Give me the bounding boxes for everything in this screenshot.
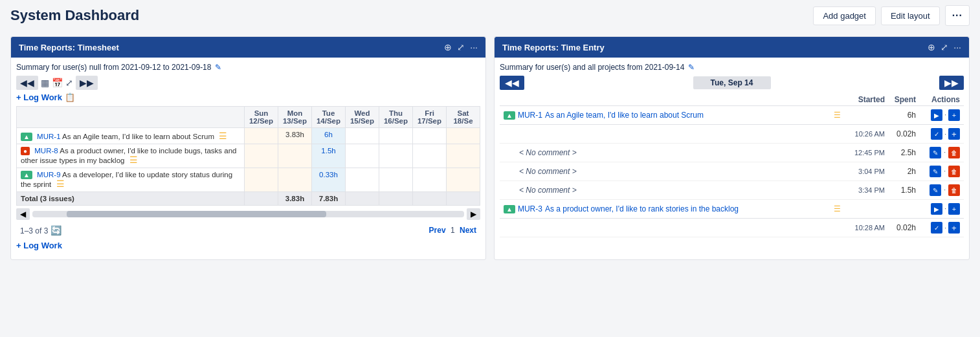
check-button[interactable]: ✓ [931, 222, 942, 234]
te-started: 10:26 AM [846, 130, 885, 138]
play-button[interactable]: ▶ [931, 109, 942, 121]
move-icon[interactable]: ⊕ [444, 42, 452, 52]
pagination-row: 1–3 of 3 🔄 Prev 1 Next [16, 223, 480, 238]
sep: · [944, 203, 946, 215]
issue-id[interactable]: MUR-8 [34, 147, 58, 155]
te-next-btn[interactable]: ▶▶ [939, 76, 964, 90]
pagination-text: 1–3 of 3 [20, 226, 48, 235]
edit-layout-button[interactable]: Edit layout [881, 6, 940, 25]
te-issue-id[interactable]: MUR-3 [518, 204, 542, 213]
gadget-menu-icon[interactable]: ··· [470, 42, 478, 52]
delete-button[interactable]: 🗑 [948, 184, 960, 196]
log-work-label-2: + Log Work [16, 241, 62, 250]
te-prev-btn[interactable]: ◀◀ [500, 76, 524, 90]
log-work-btn-2[interactable]: + Log Work [16, 241, 480, 250]
total-wed [346, 192, 379, 206]
sep: · [944, 131, 946, 138]
table-row: ● MUR-8 As a product owner, I'd like to … [17, 144, 480, 168]
issue-sun [245, 144, 278, 168]
more-options-button[interactable]: ··· [945, 5, 970, 26]
scrollbar-row: ◀ ▶ [16, 208, 480, 220]
expand-icon[interactable]: ⤢ [457, 42, 465, 52]
delete-button[interactable]: 🗑 [948, 147, 960, 158]
add-button[interactable]: + [948, 222, 960, 234]
table-row: ▲ MUR-9 As a developer, I'd like to upda… [17, 168, 480, 192]
te-started: 10:28 AM [846, 224, 885, 232]
edit-button[interactable]: ✎ [930, 166, 941, 177]
issue-wed [346, 144, 379, 168]
separator-dot: · [944, 147, 946, 158]
entry-spent: 1.5h [890, 186, 916, 195]
separator-dot: · [944, 184, 946, 196]
check-button[interactable]: ✓ [931, 128, 942, 140]
issue-menu-icon[interactable]: ☰ [219, 131, 227, 141]
te-menu-icon[interactable]: ··· [953, 42, 961, 52]
list-item: ▲ MUR-1 As an Agile team, I'd like to le… [500, 106, 964, 125]
play-button[interactable]: ▶ [931, 203, 942, 215]
te-issue-title: As an Agile team, I'd like to learn abou… [545, 111, 834, 120]
te-sub-actions: ✓·+ [921, 128, 960, 140]
total-label: Total (3 issues) [17, 192, 245, 206]
time-entry-title: Time Reports: Time Entry [502, 43, 605, 52]
issue-fri [413, 144, 447, 168]
te-issue-title: As a product owner, I'd like to rank sto… [545, 204, 834, 213]
time-entry-summary-text: Summary for user(s) and all projects fro… [500, 63, 684, 72]
log-work-btn[interactable]: + Log Work 📋 [16, 92, 480, 102]
timesheet-prev-btn[interactable]: ◀◀ [16, 76, 38, 90]
list-item: 10:26 AM 0.02h ✓·+ [500, 125, 964, 144]
entry-spent: 2h [890, 167, 916, 176]
te-expand-icon[interactable]: ⤢ [941, 42, 948, 52]
col-header-sun: Sun12/Sep [245, 107, 278, 128]
timesheet-header-icons: ⊕ ⤢ ··· [444, 42, 478, 52]
timesheet-table: Sun12/Sep Mon13/Sep Tue14/Sep Wed15/Sep … [16, 106, 480, 206]
scroll-left-btn[interactable]: ◀ [16, 208, 30, 220]
te-menu-icon[interactable]: ☰ [834, 204, 841, 213]
issue-type-icon: ▲ [21, 171, 32, 179]
fullscreen-icon[interactable]: ⤢ [65, 78, 73, 88]
add-button[interactable]: + [948, 203, 960, 215]
te-issue-id[interactable]: MUR-1 [518, 111, 542, 120]
next-link[interactable]: Next [460, 226, 476, 235]
scroll-right-btn[interactable]: ▶ [467, 208, 480, 220]
te-menu-icon[interactable]: ☰ [834, 111, 841, 120]
issue-type-icon: ▲ [504, 205, 515, 213]
entry-started: 3:04 PM [846, 168, 885, 175]
edit-button[interactable]: ✎ [930, 147, 941, 158]
add-button[interactable]: + [948, 109, 960, 121]
calendar-icon[interactable]: 📅 [52, 78, 63, 88]
issue-sat [447, 168, 480, 192]
timesheet-body: Summary for user(s) null from 2021-09-12… [11, 58, 485, 259]
delete-button[interactable]: 🗑 [948, 166, 960, 177]
entry-started: 12:45 PM [846, 149, 885, 157]
list-item: < No comment > 12:45 PM 2.5h ✎ · 🗑 [500, 144, 964, 162]
nav-icons: ▦ 📅 ⤢ [41, 78, 73, 88]
scrollbar-track[interactable] [32, 211, 464, 217]
scrollbar-thumb [67, 211, 326, 217]
issue-type-icon: ▲ [504, 111, 515, 120]
issue-id[interactable]: MUR-9 [37, 171, 60, 179]
timesheet-edit-icon[interactable]: ✎ [215, 63, 221, 72]
issue-menu-icon[interactable]: ☰ [129, 155, 138, 165]
issue-thu [379, 128, 413, 144]
te-edit-icon[interactable]: ✎ [688, 63, 695, 72]
issue-tue: 1.5h [312, 144, 346, 168]
edit-button[interactable]: ✎ [930, 184, 941, 196]
table-icon[interactable]: ▦ [41, 78, 49, 88]
te-move-icon[interactable]: ⊕ [928, 42, 935, 52]
te-actions: ▶·+ [921, 109, 960, 121]
add-gadget-button[interactable]: Add gadget [813, 6, 876, 25]
col-header-tue: Tue14/Sep [312, 107, 346, 128]
issue-id[interactable]: MUR-1 [37, 133, 60, 140]
te-spent: 0.02h [890, 223, 916, 232]
te-col-headers: Started Spent Actions [500, 94, 964, 106]
header-actions: Add gadget Edit layout ··· [813, 5, 970, 26]
te-spent: 6h [890, 111, 916, 120]
timesheet-next-btn[interactable]: ▶▶ [76, 76, 98, 90]
refresh-icon[interactable]: 🔄 [50, 225, 61, 235]
prev-link[interactable]: Prev [429, 226, 446, 235]
issue-sun [245, 128, 278, 144]
issue-menu-icon[interactable]: ☰ [56, 179, 65, 189]
col-spent-label: Spent [890, 95, 916, 104]
issue-type-icon: ▲ [21, 133, 32, 141]
add-button[interactable]: + [948, 128, 960, 140]
